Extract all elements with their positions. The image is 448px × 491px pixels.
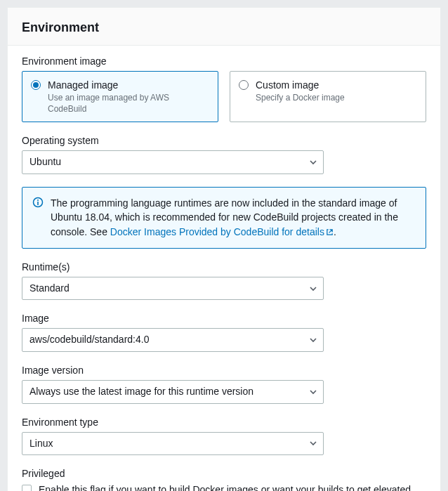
caret-down-icon	[309, 439, 317, 447]
radio-icon	[239, 80, 249, 90]
info-icon	[32, 197, 44, 210]
select-value: aws/codebuild/standard:4.0	[29, 334, 149, 345]
caret-down-icon	[309, 388, 317, 396]
docker-images-link[interactable]: Docker Images Provided by CodeBuild for …	[110, 226, 334, 237]
managed-image-option[interactable]: Managed image Use an image managed by AW…	[22, 71, 218, 122]
option-title: Managed image	[48, 79, 209, 91]
privileged-checkbox-label: Enable this flag if you want to build Do…	[39, 483, 426, 491]
image-section: Image aws/codebuild/standard:4.0	[22, 313, 426, 352]
caret-down-icon	[309, 158, 317, 166]
custom-image-option[interactable]: Custom image Specify a Docker image	[230, 71, 426, 122]
environment-type-label: Environment type	[22, 417, 426, 428]
info-text: The programming language runtimes are no…	[51, 196, 416, 240]
environment-panel: Environment Environment image Managed im…	[7, 7, 441, 491]
runtimes-select[interactable]: Standard	[22, 277, 324, 301]
panel-header: Environment	[8, 8, 440, 46]
privileged-label: Privileged	[22, 468, 426, 479]
environment-image-options: Managed image Use an image managed by AW…	[22, 71, 426, 122]
select-value: Linux	[29, 438, 53, 449]
radio-icon	[31, 80, 41, 90]
privileged-section: Privileged Enable this flag if you want …	[22, 468, 426, 491]
option-subtitle: Specify a Docker image	[256, 93, 345, 104]
select-value: Always use the latest image for this run…	[29, 386, 253, 397]
panel-body: Environment image Managed image Use an i…	[8, 46, 440, 491]
privileged-checkbox[interactable]	[22, 485, 32, 491]
environment-type-select[interactable]: Linux	[22, 432, 324, 456]
runtimes-label: Runtime(s)	[22, 261, 426, 273]
svg-rect-2	[37, 202, 39, 205]
runtime-info-box: The programming language runtimes are no…	[22, 187, 426, 249]
operating-system-select[interactable]: Ubuntu	[22, 150, 324, 174]
runtimes-section: Runtime(s) Standard	[22, 261, 426, 301]
caret-down-icon	[309, 336, 317, 344]
svg-point-1	[37, 199, 39, 201]
image-version-section: Image version Always use the latest imag…	[22, 365, 426, 404]
option-title: Custom image	[256, 79, 345, 91]
select-value: Ubuntu	[29, 156, 61, 167]
environment-image-label: Environment image	[22, 55, 426, 67]
external-link-icon	[326, 227, 334, 238]
image-version-select[interactable]: Always use the latest image for this run…	[22, 380, 324, 404]
select-value: Standard	[29, 282, 70, 294]
operating-system-label: Operating system	[22, 135, 426, 146]
image-select[interactable]: aws/codebuild/standard:4.0	[22, 328, 324, 352]
operating-system-section: Operating system Ubuntu	[22, 135, 426, 174]
caret-down-icon	[309, 284, 317, 293]
panel-title: Environment	[22, 20, 426, 35]
option-subtitle: Use an image managed by AWS CodeBuild	[48, 93, 209, 114]
image-version-label: Image version	[22, 365, 426, 376]
environment-type-section: Environment type Linux	[22, 417, 426, 456]
image-label: Image	[22, 313, 426, 324]
environment-image-section: Environment image Managed image Use an i…	[22, 55, 426, 122]
